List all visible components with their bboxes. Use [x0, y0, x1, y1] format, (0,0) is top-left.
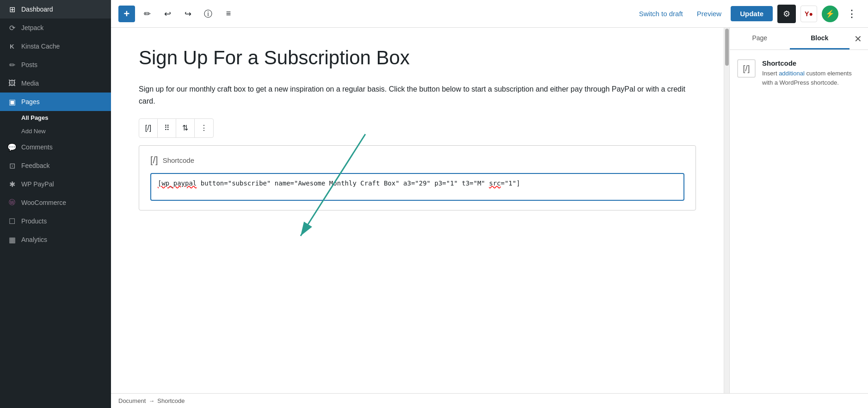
sidebar-item-label: Posts [21, 61, 37, 68]
analytics-icon: ▦ [7, 235, 17, 244]
edit-button[interactable]: ✏ [139, 6, 155, 22]
undo-button[interactable]: ↩ [159, 6, 176, 22]
sidebar-item-wp-paypal[interactable]: ✱ WP PayPal [0, 175, 111, 193]
block-toolbar: [/] ⠿ ⇅ ⋮ [139, 118, 214, 138]
editor-toolbar: + ✏ ↩ ↪ ⓘ ≡ Switch to draft Preview Upda… [111, 0, 868, 28]
sidebar-item-label: Kinsta Cache [21, 43, 60, 50]
page-description: Sign up for our monthly craft box to get… [139, 83, 696, 107]
scroll-thumb[interactable] [725, 29, 729, 66]
block-drag-handle[interactable]: ⠿ [158, 119, 176, 137]
breadcrumb-separator: → [148, 397, 154, 404]
toolbar-right: Switch to draft Preview Update ⚙ Y● ⚡ ⋮ [634, 5, 861, 23]
more-icon: ⋮ [847, 8, 857, 19]
sidebar-item-woocommerce[interactable]: Ⓦ WooCommerce [0, 193, 111, 212]
pages-icon: ▣ [7, 97, 17, 106]
feedback-icon: ⊡ [7, 161, 17, 170]
woocommerce-icon: Ⓦ [7, 198, 17, 207]
additional-link[interactable]: additional [779, 70, 805, 77]
sidebar-item-label: Products [21, 217, 47, 225]
redo-icon: ↪ [185, 9, 191, 19]
shortcode-end: ="1"] [501, 179, 520, 187]
sidebar-subitem-add-new[interactable]: Add New [0, 124, 111, 138]
comments-icon: 💬 [7, 142, 17, 152]
breadcrumb-document[interactable]: Document [118, 397, 146, 404]
breadcrumb-shortcode[interactable]: Shortcode [157, 397, 185, 404]
page-title: Sign Up For a Subscription Box [139, 46, 696, 69]
block-move-up-down[interactable]: ⇅ [176, 119, 195, 137]
shortcode-text: button="subscribe" name="Awesome Monthly… [197, 179, 489, 187]
jetpack-icon: ⟳ [7, 23, 17, 32]
media-icon: 🖼 [7, 79, 17, 88]
info-icon: ⓘ [204, 8, 212, 19]
block-info-text: Shortcode Insert additional custom eleme… [762, 59, 861, 87]
sidebar-item-posts[interactable]: ✏ Posts [0, 56, 111, 74]
sidebar: ⊞ Dashboard ⟳ Jetpack K Kinsta Cache ✏ P… [0, 0, 111, 408]
scrollbar[interactable] [724, 28, 729, 393]
tab-block[interactable]: Block [790, 28, 850, 49]
drag-icon: ⠿ [164, 124, 170, 132]
preview-button[interactable]: Preview [692, 7, 726, 20]
block-title: Shortcode [762, 59, 861, 67]
update-button[interactable]: Update [731, 6, 773, 21]
sidebar-item-feedback[interactable]: ⊡ Feedback [0, 156, 111, 175]
kinsta-icon: K [7, 42, 17, 51]
block-more-options[interactable]: ⋮ [195, 119, 213, 137]
dashboard-icon: ⊞ [7, 5, 17, 14]
sidebar-item-analytics[interactable]: ▦ Analytics [0, 230, 111, 249]
panel-header: Page Block ✕ [730, 28, 868, 50]
sidebar-item-label: WP PayPal [21, 180, 54, 188]
shortcode-block[interactable]: [/] Shortcode [wp_paypal button="subscri… [139, 145, 696, 210]
sidebar-subitem-all-pages[interactable]: All Pages [0, 111, 111, 124]
sidebar-item-label: Media [21, 80, 39, 87]
sidebar-item-label: Jetpack [21, 24, 43, 31]
sidebar-item-label: Comments [21, 143, 53, 151]
shortcode-input[interactable]: [wp_paypal button="subscribe" name="Awes… [150, 173, 684, 201]
sidebar-item-pages[interactable]: ▣ Pages [0, 93, 111, 111]
products-icon: ☐ [7, 216, 17, 226]
redo-button[interactable]: ↪ [179, 6, 196, 22]
shortcode-block-icon: [/] [150, 155, 158, 166]
posts-icon: ✏ [7, 60, 17, 69]
sidebar-item-jetpack[interactable]: ⟳ Jetpack [0, 19, 111, 37]
sidebar-item-products[interactable]: ☐ Products [0, 212, 111, 230]
sidebar-item-label: Analytics [21, 236, 47, 243]
sidebar-item-kinsta-cache[interactable]: K Kinsta Cache [0, 37, 111, 56]
shortcode-label: Shortcode [163, 156, 194, 164]
editor-area: Sign Up For a Subscription Box Sign up f… [111, 28, 868, 393]
list-icon: ≡ [226, 9, 231, 19]
settings-button[interactable]: ⚙ [777, 5, 796, 23]
block-type-icon[interactable]: [/] [139, 119, 158, 137]
amp-button[interactable]: ⚡ [822, 6, 838, 22]
block-info: [/] Shortcode Insert additional custom e… [737, 59, 861, 87]
sidebar-item-label: WooCommerce [21, 199, 66, 206]
tab-page[interactable]: Page [730, 28, 790, 49]
yoast-button[interactable]: Y● [800, 6, 817, 22]
sidebar-item-comments[interactable]: 💬 Comments [0, 138, 111, 156]
more-options-button[interactable]: ⋮ [843, 6, 861, 22]
shortcode-underlined-text: [wp_paypal [158, 179, 197, 187]
right-panel: Page Block ✕ [/] Shortcode I [729, 28, 868, 393]
shortcode-src-underlined: src [489, 179, 500, 187]
chevron-updown-icon: ⇅ [182, 124, 188, 132]
main-area: + ✏ ↩ ↪ ⓘ ≡ Switch to draft Preview Upda… [111, 0, 868, 408]
sidebar-item-media[interactable]: 🖼 Media [0, 74, 111, 93]
block-description: Insert additional custom elements with a… [762, 69, 861, 87]
wp-paypal-icon: ✱ [7, 179, 17, 189]
sidebar-item-dashboard[interactable]: ⊞ Dashboard [0, 0, 111, 19]
list-view-button[interactable]: ≡ [220, 6, 237, 22]
plus-icon: + [124, 8, 130, 20]
editor-content[interactable]: Sign Up For a Subscription Box Sign up f… [111, 28, 724, 393]
panel-close-button[interactable]: ✕ [850, 31, 866, 47]
sidebar-item-label: Pages [21, 98, 40, 105]
block-ellipsis-icon: ⋮ [200, 124, 208, 132]
amp-icon: ⚡ [825, 9, 835, 18]
add-block-button[interactable]: + [118, 6, 135, 22]
shortcode-panel-icon: [/] [737, 59, 756, 78]
undo-icon: ↩ [164, 9, 171, 19]
gear-icon: ⚙ [783, 9, 790, 19]
close-icon: ✕ [854, 33, 862, 44]
yoast-icon: Y● [805, 10, 813, 18]
breadcrumb: Document → Shortcode [111, 393, 868, 408]
switch-to-draft-button[interactable]: Switch to draft [634, 7, 688, 20]
info-button[interactable]: ⓘ [200, 6, 216, 22]
